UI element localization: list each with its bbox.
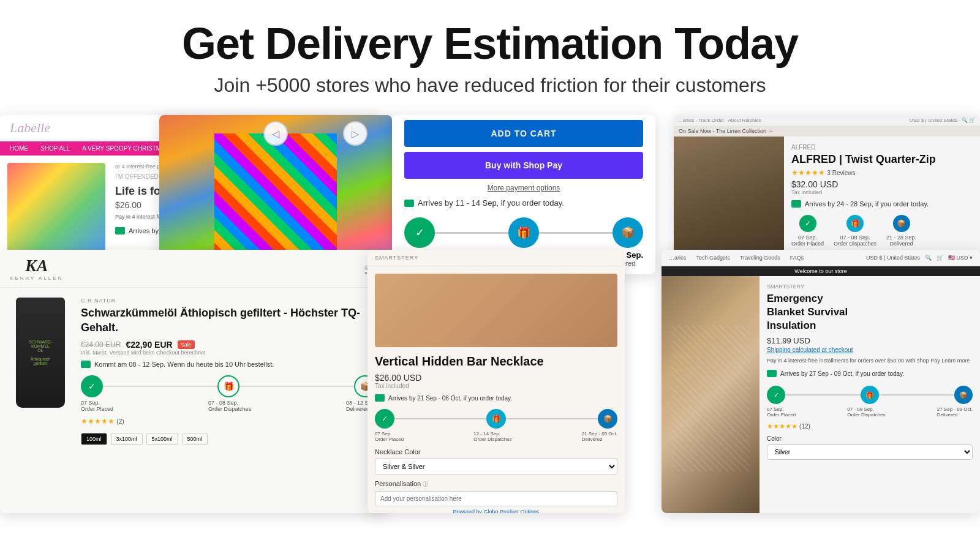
emergency-color-select[interactable]: Silver Gold bbox=[767, 444, 973, 460]
textile-pattern bbox=[214, 133, 337, 256]
necklace-personalization-input[interactable] bbox=[375, 491, 617, 506]
labelle-nav-christmas[interactable]: A VERY SPOOPY CHRISTMAS bbox=[82, 145, 169, 152]
alfred-step-circle-1: ✓ bbox=[799, 215, 816, 232]
labelle-product-image bbox=[7, 163, 105, 261]
alfred-price: $32.00 USD bbox=[791, 179, 973, 189]
ka-shipping: Kommt am 08 - 12 Sep. Wenn du heute bis … bbox=[81, 361, 376, 368]
necklace-color-label: Necklace Color bbox=[375, 448, 617, 455]
emergency-step-labels: 07 Sep.Order Placed 07 - 08 Sep.Order Di… bbox=[767, 407, 973, 418]
next-button[interactable]: ▷ bbox=[343, 121, 368, 146]
ka-brand: C.R NATUR bbox=[81, 298, 376, 304]
card-ka: KA KERRY ALLEN 🛒 SCHWARZ-KÜMMELÖLÄthiopi… bbox=[0, 250, 386, 513]
alfred-tax: Tax included bbox=[791, 189, 973, 195]
alfred-promo-bar: On Sale Now - The Linen Collection → bbox=[674, 126, 980, 137]
step-box: 📦 bbox=[612, 217, 643, 248]
alfred-brand: ALFRED bbox=[791, 144, 973, 151]
necklace-price: $26.00 USD bbox=[375, 373, 617, 383]
necklace-step-1: ✓ bbox=[375, 409, 394, 429]
ka-step-labels: 07 Sep.Order Placed 07 - 08 Sep.Order Di… bbox=[81, 400, 376, 412]
alfred-step-1: ✓ 07 Sep. Order Placed bbox=[791, 215, 824, 247]
emergency-stars: ★★★★★ (12) bbox=[767, 422, 973, 430]
emergency-nav: …aries Tech Gadgets Traveling Goods FAQs… bbox=[669, 255, 973, 261]
ka-sale-badge: Sale bbox=[178, 340, 195, 349]
prev-button[interactable]: ◁ bbox=[263, 121, 288, 146]
step-gift: 🎁 bbox=[508, 217, 539, 248]
ka-price-row: €24.00 EUR €22,90 EUR Sale bbox=[81, 340, 376, 350]
delivery-steps: ✓ 🎁 📦 bbox=[404, 217, 643, 248]
truck-icon bbox=[404, 200, 414, 207]
ka-sublogo: KERRY ALLEN bbox=[10, 276, 63, 281]
necklace-steps: ✓ 🎁 📦 bbox=[375, 409, 617, 429]
ka-stock-text: Inkl. MwSt. Versand wird beim Checkout b… bbox=[81, 350, 376, 356]
emergency-step-3: 📦 bbox=[954, 386, 973, 404]
labelle-logo: Labelle bbox=[10, 120, 50, 136]
ka-step-1: ✓ bbox=[81, 375, 103, 397]
emergency-step-1: ✓ bbox=[767, 386, 785, 404]
emergency-arrives: Arrives by 27 Sep - 09 Oct, if you order… bbox=[767, 370, 973, 377]
ka-size-buttons: 100ml 3x100ml 5x100ml 500ml bbox=[81, 433, 376, 445]
ka-logo: KA bbox=[25, 256, 48, 276]
emergency-title: EmergencyBlanket SurvivalInsulation bbox=[767, 292, 973, 332]
ka-logo-container: KA KERRY ALLEN bbox=[10, 256, 63, 281]
add-to-cart-button[interactable]: ADD TO CART bbox=[404, 120, 643, 147]
necklace-powered-by: Powered by Globo Product Options bbox=[375, 509, 617, 513]
ka-size-100ml[interactable]: 100ml bbox=[81, 433, 107, 445]
ka-steps: ✓ 🎁 📦 bbox=[81, 375, 376, 397]
arrives-text: Arrives by 11 - 14 Sep, if you order tod… bbox=[404, 198, 643, 208]
hero-subtitle: Join +5000 stores who have reduced frict… bbox=[24, 74, 956, 97]
ka-size-5x100ml[interactable]: 5x100ml bbox=[146, 433, 178, 445]
necklace-step-3: 📦 bbox=[598, 409, 617, 429]
emergency-truck-icon bbox=[767, 370, 777, 377]
emergency-step-2: 🎁 bbox=[861, 386, 879, 404]
labelle-nav-shop[interactable]: SHOP ALL bbox=[40, 145, 70, 152]
ka-price-old: €24.00 EUR bbox=[81, 340, 121, 349]
alfred-step-circle-2: 🎁 bbox=[846, 215, 864, 232]
ka-bottle-container: SCHWARZ-KÜMMELÖLÄthiopischgefiltert bbox=[10, 298, 71, 445]
ka-size-500ml[interactable]: 500ml bbox=[182, 433, 208, 445]
more-payment-options[interactable]: More payment options bbox=[404, 184, 643, 192]
ka-step-2: 🎁 bbox=[217, 375, 239, 397]
alfred-title: ALFRED | Twist Quarter-Zip bbox=[791, 153, 973, 166]
necklace-color-select[interactable]: Silver & Silver Gold & Gold bbox=[375, 458, 617, 475]
alfred-step-circle-3: 📦 bbox=[893, 215, 910, 232]
necklace-personalization-label: Personalisation ⓘ bbox=[375, 480, 617, 489]
card-emergency: …aries Tech Gadgets Traveling Goods FAQs… bbox=[662, 250, 980, 513]
hero-title: Get Delivery Estimation Today bbox=[24, 20, 956, 68]
ka-product-title: Schwarzkümmelöl Äthiopisch gefiltert - H… bbox=[81, 306, 376, 335]
step-check: ✓ bbox=[404, 217, 435, 248]
necklace-truck-icon bbox=[375, 394, 385, 402]
labelle-nav-home[interactable]: HOME bbox=[10, 145, 28, 152]
card-necklace: SMARTSTERY Vertical Hidden Bar Necklace … bbox=[368, 250, 625, 513]
ka-size-3x100ml[interactable]: 3x100ml bbox=[111, 433, 143, 445]
hero-section: Get Delivery Estimation Today Join +5000… bbox=[0, 0, 980, 109]
ka-step-line-2 bbox=[239, 386, 354, 387]
emergency-info: SMARTSTERY EmergencyBlanket SurvivalInsu… bbox=[760, 276, 980, 513]
ka-bottle-image: SCHWARZ-KÜMMELÖLÄthiopischgefiltert bbox=[16, 298, 65, 408]
alfred-step-3: 📦 21 - 28 Sep. Delivered bbox=[886, 215, 916, 247]
shop-pay-button[interactable]: Buy with Shop Pay bbox=[404, 152, 643, 179]
emergency-steps: ✓ 🎁 📦 bbox=[767, 386, 973, 404]
emergency-content: SMARTSTERY EmergencyBlanket SurvivalInsu… bbox=[662, 276, 980, 513]
necklace-product-image bbox=[375, 274, 617, 347]
necklace-title: Vertical Hidden Bar Necklace bbox=[375, 353, 617, 369]
necklace-shipping: Arrives by 21 Sep - 06 Oct, if you order… bbox=[375, 394, 617, 402]
ka-header: KA KERRY ALLEN 🛒 bbox=[0, 250, 386, 288]
ka-truck-icon bbox=[81, 361, 91, 368]
alfred-shipping: Arrives by 24 - 28 Sep, if you order tod… bbox=[791, 200, 973, 208]
ka-content: SCHWARZ-KÜMMELÖLÄthiopischgefiltert C.R … bbox=[0, 288, 386, 455]
necklace-content: Vertical Hidden Bar Necklace $26.00 USD … bbox=[368, 266, 625, 513]
emergency-product-image bbox=[662, 276, 760, 513]
alfred-step-2: 🎁 07 - 08 Sep. Order Dispatches bbox=[834, 215, 876, 247]
necklace-header: SMARTSTERY bbox=[368, 250, 625, 266]
emergency-color-label: Color bbox=[767, 435, 973, 442]
alfred-store-nav: ...alties · Track Order · About Ralphies… bbox=[674, 115, 980, 126]
emergency-installments: Pay in 4 interest-free installments for … bbox=[767, 357, 973, 365]
ka-price-new: €22,90 EUR bbox=[126, 340, 172, 350]
alfred-stars: ★★★★★ 3 Reviews bbox=[791, 168, 973, 177]
labelle-truck-icon bbox=[115, 227, 125, 234]
emergency-welcome-bar: Welcome to our store bbox=[662, 266, 980, 276]
ka-product-info: C.R NATUR Schwarzkümmelöl Äthiopisch gef… bbox=[81, 298, 376, 445]
emergency-shipping-text[interactable]: Shipping calculated at checkout bbox=[767, 347, 973, 353]
necklace-tax: Tax included bbox=[375, 383, 617, 389]
emergency-price: $11.99 USD bbox=[767, 336, 973, 345]
